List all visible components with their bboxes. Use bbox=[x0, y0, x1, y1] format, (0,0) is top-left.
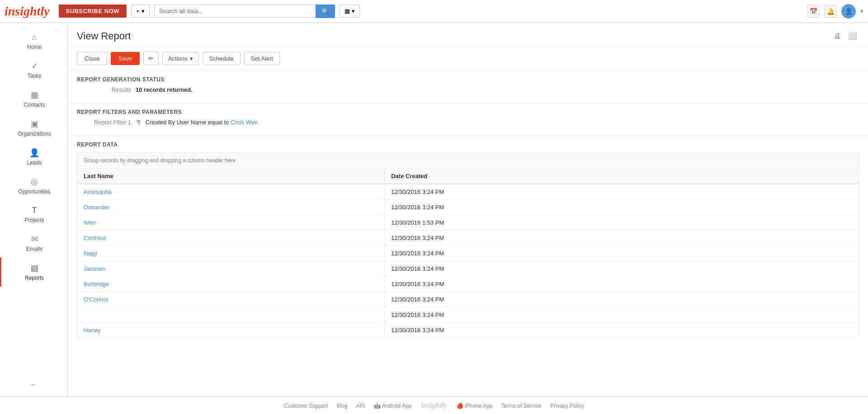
sidebar-item-projects[interactable]: T Projects bbox=[0, 200, 67, 229]
cell-last-name: Wen bbox=[77, 215, 385, 231]
logo[interactable]: insightly bbox=[5, 4, 50, 19]
filter-condition: Created By User Name equal to bbox=[146, 119, 229, 126]
col-last-name: Last Name bbox=[77, 169, 385, 184]
report-data-section: REPORT DATA Group records by dragging an… bbox=[68, 135, 868, 344]
subscribe-button[interactable]: SUBSCRIBE NOW bbox=[59, 5, 127, 18]
report-data-table: Last Name Date Created Amesquita12/30/20… bbox=[77, 169, 859, 338]
table-header-row: Last Name Date Created bbox=[77, 169, 859, 184]
last-name-link[interactable]: Nagy bbox=[84, 250, 97, 257]
results-value: 10 records returned. bbox=[136, 86, 193, 93]
cell-date-created: 12/30/2016 3:24 PM bbox=[385, 292, 859, 307]
col-date-created: Date Created bbox=[385, 169, 859, 184]
sidebar-item-contacts[interactable]: ▦ Contacts bbox=[0, 85, 67, 113]
sidebar-item-opportunities[interactable]: ◎ Opportunities bbox=[0, 171, 67, 200]
edit-button[interactable]: ✏ bbox=[143, 52, 159, 65]
sidebar-item-organizations[interactable]: ▣ Organizations bbox=[0, 113, 67, 142]
page-header-icons: 🖨 ⬜ bbox=[832, 30, 859, 42]
last-name-link[interactable]: Corthout bbox=[84, 235, 106, 241]
main-layout: ⌂ Home ✓ Tasks ▦ Contacts ▣ Organization… bbox=[0, 23, 868, 396]
cell-date-created: 12/30/2016 3:24 PM bbox=[385, 307, 859, 323]
report-data-title: REPORT DATA bbox=[77, 141, 859, 148]
footer-api[interactable]: API bbox=[356, 403, 365, 409]
schedule-button[interactable]: Schedule bbox=[203, 52, 241, 65]
last-name-link[interactable]: Haney bbox=[84, 327, 101, 334]
last-name-link[interactable]: Burbridge bbox=[84, 281, 109, 287]
opportunities-icon: ◎ bbox=[31, 177, 38, 187]
cell-date-created: 12/30/2016 3:24 PM bbox=[385, 231, 859, 246]
table-row: Haney12/30/2016 3:24 PM bbox=[77, 323, 859, 338]
filter-funnel-icon: ⚗ bbox=[136, 119, 141, 126]
leads-icon: 👤 bbox=[29, 148, 39, 158]
footer-logo: insightly bbox=[421, 401, 447, 409]
cell-date-created: 12/30/2016 3:24 PM bbox=[385, 261, 859, 277]
bell-icon-button[interactable]: 🔔 bbox=[824, 5, 837, 18]
footer-privacy[interactable]: Privacy Policy bbox=[550, 403, 584, 409]
actions-button[interactable]: Actions ▾ bbox=[162, 52, 199, 65]
sidebar-item-home[interactable]: ⌂ Home bbox=[0, 27, 67, 56]
footer-terms[interactable]: Terms of Service bbox=[501, 403, 542, 409]
last-name-link[interactable]: Janssen bbox=[84, 265, 105, 272]
table-row: 12/30/2016 3:24 PM bbox=[77, 307, 859, 323]
cell-last-name bbox=[77, 307, 385, 323]
actions-label: Actions bbox=[168, 55, 188, 62]
footer-iphone-app[interactable]: 🍎iPhone App bbox=[457, 403, 492, 409]
view-toggle-button[interactable]: ▦ ▾ bbox=[340, 5, 360, 18]
sidebar-item-emails[interactable]: ✉ Emails bbox=[0, 229, 67, 258]
sidebar-label-emails: Emails bbox=[26, 246, 42, 252]
sidebar-item-tasks[interactable]: ✓ Tasks bbox=[0, 56, 67, 85]
organizations-icon: ▣ bbox=[31, 119, 38, 129]
last-name-link[interactable]: Wen bbox=[84, 219, 96, 226]
report-status-row: Results 10 records returned. bbox=[77, 86, 859, 93]
cell-last-name: Janssen bbox=[77, 261, 385, 277]
cell-last-name: Ostrander bbox=[77, 200, 385, 215]
footer-android-app[interactable]: 🤖Android App bbox=[374, 403, 411, 409]
sidebar-item-reports[interactable]: ▤ Reports bbox=[0, 258, 67, 287]
last-name-link[interactable]: Amesquita bbox=[84, 188, 111, 195]
search-input[interactable] bbox=[154, 5, 316, 18]
last-name-link[interactable]: Ostrander bbox=[84, 204, 110, 211]
sidebar-label-home: Home bbox=[27, 44, 42, 50]
table-row: Amesquita12/30/2016 3:24 PM bbox=[77, 184, 859, 200]
close-button[interactable]: Close bbox=[77, 52, 107, 65]
cell-date-created: 12/30/2016 3:24 PM bbox=[385, 184, 859, 200]
contacts-icon: ▦ bbox=[31, 90, 38, 100]
report-filters-title: REPORT FILTERS AND PARAMETERS bbox=[77, 109, 859, 115]
cell-last-name: Amesquita bbox=[77, 184, 385, 200]
print-button[interactable]: 🖨 bbox=[832, 30, 843, 42]
android-icon: 🤖 bbox=[374, 403, 381, 409]
user-avatar-button[interactable]: 👤 bbox=[841, 4, 856, 19]
top-nav-right: 📅 🔔 👤 ▾ bbox=[807, 4, 863, 19]
calendar-icon-button[interactable]: 📅 bbox=[807, 5, 820, 18]
report-filter-row: Report Filter 1 ⚗ Created By User Name e… bbox=[77, 119, 859, 126]
set-alert-button[interactable]: Set Alert bbox=[244, 52, 280, 65]
sidebar-label-organizations: Organizations bbox=[18, 131, 51, 137]
filter-text: Created By User Name equal to Chris Wen bbox=[146, 119, 258, 126]
results-label: Results bbox=[77, 86, 131, 93]
content-area: View Report 🖨 ⬜ Close Save ✏ Actions ▾ S… bbox=[68, 23, 868, 396]
save-button[interactable]: Save bbox=[111, 52, 140, 65]
export-button[interactable]: ⬜ bbox=[846, 30, 859, 42]
emails-icon: ✉ bbox=[31, 234, 38, 244]
footer-customer-support[interactable]: Customer Support bbox=[284, 403, 328, 409]
table-row: Janssen12/30/2016 3:24 PM bbox=[77, 261, 859, 277]
cell-date-created: 12/30/2016 3:24 PM bbox=[385, 323, 859, 338]
group-hint: Group records by dragging and dropping a… bbox=[77, 152, 859, 169]
sidebar: ⌂ Home ✓ Tasks ▦ Contacts ▣ Organization… bbox=[0, 23, 68, 396]
sidebar-item-leads[interactable]: 👤 Leads bbox=[0, 142, 67, 171]
toolbar: Close Save ✏ Actions ▾ Schedule Set Aler… bbox=[68, 47, 868, 70]
table-row: Nagy12/30/2016 3:24 PM bbox=[77, 246, 859, 261]
filter-value: Chris Wen bbox=[231, 119, 258, 126]
cell-last-name: O'Connor bbox=[77, 292, 385, 307]
last-name-link[interactable]: O'Connor bbox=[84, 296, 108, 303]
cell-last-name: Haney bbox=[77, 323, 385, 338]
add-button[interactable]: + ▾ bbox=[131, 5, 150, 18]
report-filters-section: REPORT FILTERS AND PARAMETERS Report Fil… bbox=[68, 103, 868, 135]
table-row: O'Connor12/30/2016 3:24 PM bbox=[77, 292, 859, 307]
grid-icon: ▦ bbox=[344, 8, 350, 14]
projects-icon: T bbox=[32, 206, 37, 215]
sidebar-collapse-button[interactable]: ← bbox=[0, 373, 67, 396]
search-button[interactable]: 🔍 bbox=[316, 5, 335, 18]
user-dropdown-icon[interactable]: ▾ bbox=[860, 8, 863, 14]
home-icon: ⌂ bbox=[32, 33, 37, 42]
footer-blog[interactable]: Blog bbox=[337, 403, 348, 409]
